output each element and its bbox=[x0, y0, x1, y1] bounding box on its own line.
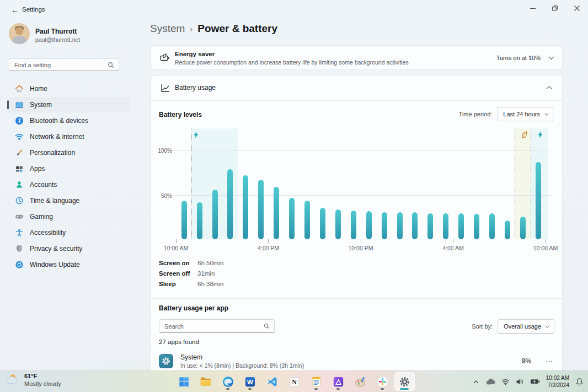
battery-level-bar-17[interactable] bbox=[443, 213, 448, 239]
sidebar-nav: HomeSystemBluetooth & devicesNetwork & i… bbox=[0, 80, 138, 273]
chevron-down-icon[interactable] bbox=[549, 54, 554, 60]
battery-usage-icon bbox=[159, 84, 170, 93]
restore-icon bbox=[552, 6, 558, 11]
battery-level-bar-1[interactable] bbox=[197, 202, 202, 239]
sidebar-item-accessibility[interactable]: Accessibility bbox=[7, 225, 130, 240]
battery-level-bar-8[interactable] bbox=[304, 201, 310, 239]
search-input[interactable] bbox=[9, 62, 108, 68]
search-box[interactable] bbox=[9, 58, 119, 71]
x-axis-label: 10:00 AM bbox=[528, 245, 563, 251]
system-gear-icon bbox=[159, 354, 173, 368]
energy-saver-card[interactable]: Energy saver Reduce power consumption an… bbox=[150, 45, 563, 70]
x-axis-tick bbox=[268, 239, 269, 243]
profile-name: Paul Thurrott bbox=[35, 28, 77, 35]
close-button[interactable] bbox=[566, 0, 588, 17]
chevron-up-icon[interactable] bbox=[547, 86, 552, 92]
sidebar-item-label: Privacy & security bbox=[30, 245, 82, 253]
taskbar-settings-button[interactable] bbox=[394, 372, 415, 391]
time-period-dropdown[interactable]: Last 24 hours bbox=[497, 107, 553, 121]
sidebar-item-privacy-security[interactable]: Privacy & security bbox=[7, 241, 130, 256]
battery-level-bar-9[interactable] bbox=[320, 208, 325, 239]
stat-label: Screen off bbox=[159, 270, 197, 277]
battery-level-bar-21[interactable] bbox=[505, 221, 510, 239]
chevron-up-icon bbox=[472, 378, 480, 385]
system-icon bbox=[15, 100, 24, 109]
sidebar-item-home[interactable]: Home bbox=[7, 81, 130, 96]
battery-level-bar-16[interactable] bbox=[427, 213, 433, 239]
battery-level-bar-15[interactable] bbox=[412, 212, 418, 239]
taskbar-start-button[interactable] bbox=[174, 372, 194, 391]
bolt-icon bbox=[192, 131, 199, 139]
x-axis-label: 4:00 AM bbox=[436, 245, 471, 251]
tray-overflow-button[interactable] bbox=[470, 373, 482, 390]
battery-level-bar-20[interactable] bbox=[489, 213, 495, 239]
taskbar-notion-button[interactable]: N bbox=[284, 372, 304, 391]
settings-icon bbox=[398, 375, 411, 388]
sort-by-dropdown[interactable]: Overall usage bbox=[498, 319, 554, 334]
clock[interactable]: 10:02 AM 7/2/2024 bbox=[544, 374, 571, 389]
volume-icon[interactable] bbox=[514, 373, 526, 390]
sidebar-item-apps[interactable]: Apps bbox=[7, 161, 130, 176]
sidebar-item-network-internet[interactable]: Network & internet bbox=[7, 129, 130, 144]
battery-usage-header[interactable]: Battery usage bbox=[151, 76, 562, 100]
app-row-system[interactable]: SystemIn use: < 1% (8min) | Background: … bbox=[159, 351, 554, 371]
taskbar-word-button[interactable]: W bbox=[240, 372, 260, 391]
notification-bell-icon[interactable] bbox=[573, 373, 586, 390]
taskbar-explorer-button[interactable] bbox=[196, 372, 216, 391]
sidebar-item-label: Windows Update bbox=[30, 261, 80, 269]
breadcrumb-system[interactable]: System bbox=[150, 23, 185, 35]
running-indicator bbox=[336, 388, 340, 390]
sidebar-item-gaming[interactable]: Gaming bbox=[7, 209, 130, 224]
more-options-icon[interactable]: ⋯ bbox=[546, 357, 553, 366]
battery-charging-icon[interactable] bbox=[528, 373, 542, 390]
bluetooth-icon bbox=[15, 116, 24, 125]
app-search-input[interactable] bbox=[159, 323, 264, 330]
battery-level-bar-12[interactable] bbox=[366, 211, 372, 239]
svg-text:N: N bbox=[292, 378, 297, 386]
battery-level-bar-19[interactable] bbox=[474, 214, 479, 239]
time-period-label: Time period: bbox=[459, 111, 493, 117]
back-button[interactable]: ← bbox=[9, 4, 21, 15]
sidebar-item-system[interactable]: System bbox=[7, 97, 130, 112]
battery-level-bar-5[interactable] bbox=[258, 180, 264, 239]
sidebar-item-personalization[interactable]: Personalization bbox=[7, 145, 130, 160]
stat-value: 31min bbox=[197, 270, 215, 277]
sidebar-item-accounts[interactable]: Accounts bbox=[7, 177, 130, 192]
x-axis-tick bbox=[176, 239, 177, 243]
battery-level-bar-3[interactable] bbox=[227, 169, 233, 239]
onedrive-icon[interactable] bbox=[484, 373, 498, 390]
minimize-button[interactable] bbox=[522, 0, 544, 17]
network-icon bbox=[15, 132, 24, 141]
battery-level-bar-14[interactable] bbox=[397, 212, 403, 239]
restore-button[interactable] bbox=[544, 0, 566, 17]
stat-label: Sleep bbox=[159, 281, 197, 287]
taskbar-vscode-button[interactable] bbox=[262, 372, 282, 391]
battery-level-bar-2[interactable] bbox=[212, 190, 218, 239]
app-search-box[interactable] bbox=[159, 319, 275, 333]
battery-level-bar-6[interactable] bbox=[274, 187, 279, 239]
wifi-icon[interactable] bbox=[499, 373, 512, 390]
battery-level-bar-0[interactable] bbox=[181, 201, 187, 239]
taskbar-paint-button[interactable] bbox=[350, 372, 371, 391]
battery-level-bar-4[interactable] bbox=[243, 175, 248, 239]
battery-level-bar-11[interactable] bbox=[351, 211, 356, 239]
settings-window: ← Settings Paul Thurrott paul@thurrott.n… bbox=[0, 0, 588, 392]
battery-level-bar-7[interactable] bbox=[289, 198, 295, 239]
battery-level-bar-22[interactable] bbox=[520, 217, 526, 239]
taskbar-edge-button[interactable] bbox=[218, 372, 238, 391]
taskbar-affinity-button[interactable] bbox=[328, 372, 349, 391]
battery-level-bar-23[interactable] bbox=[536, 162, 541, 239]
sidebar-item-bluetooth-devices[interactable]: Bluetooth & devices bbox=[7, 113, 130, 128]
taskbar-notepad-button[interactable] bbox=[306, 372, 327, 391]
sidebar-item-windows-update[interactable]: Windows Update bbox=[7, 257, 130, 272]
taskbar: 61°F Mostly cloudy WN 10:02 AM bbox=[0, 370, 588, 392]
sidebar: Paul Thurrott paul@thurrott.net HomeSyst… bbox=[0, 19, 138, 370]
battery-level-bar-13[interactable] bbox=[382, 212, 387, 239]
battery-level-bar-10[interactable] bbox=[335, 210, 341, 239]
running-indicator bbox=[226, 388, 229, 390]
battery-level-bar-18[interactable] bbox=[458, 213, 464, 239]
sidebar-item-time-language[interactable]: Time & language bbox=[7, 193, 130, 208]
bolt-icon bbox=[536, 131, 543, 139]
avatar[interactable] bbox=[9, 23, 30, 44]
taskbar-slack-button[interactable] bbox=[372, 372, 393, 391]
